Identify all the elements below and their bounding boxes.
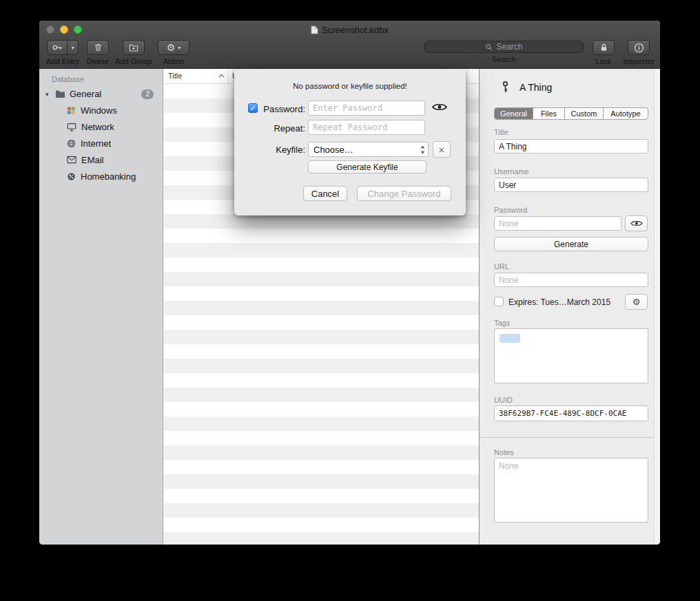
password-field[interactable] xyxy=(494,216,621,231)
show-password-button[interactable] xyxy=(625,215,648,231)
list-row[interactable] xyxy=(163,402,479,417)
add-group-toolbar-item: Add Group xyxy=(114,40,154,65)
title-field-label: Title xyxy=(494,128,508,136)
sidebar-item-homebanking[interactable]: Homebanking xyxy=(39,168,163,184)
new-password-input[interactable] xyxy=(308,101,425,116)
search-toolbar-item: Search Search xyxy=(424,41,584,63)
folder-plus-icon xyxy=(129,43,138,52)
list-row[interactable] xyxy=(163,489,479,503)
column-divider[interactable] xyxy=(228,69,229,83)
add-entry-toolbar-item: ▾ Add Entry xyxy=(46,40,79,65)
list-row[interactable] xyxy=(163,344,479,359)
password-enabled-checkbox[interactable]: ✓ xyxy=(248,103,258,113)
search-input[interactable]: Search xyxy=(424,41,584,53)
inspector-tabs: General Files Custom Autotype xyxy=(494,107,648,120)
close-button[interactable] xyxy=(46,25,54,34)
keyfile-label: Keyfile: xyxy=(260,145,305,155)
show-password-button[interactable] xyxy=(432,103,447,112)
toolbar: ▾ Add Entry Delete Add Group xyxy=(39,39,660,68)
list-row[interactable] xyxy=(163,445,479,460)
list-row[interactable] xyxy=(163,417,479,431)
list-row[interactable] xyxy=(163,431,479,445)
list-row[interactable] xyxy=(163,229,479,243)
tab-files[interactable]: Files xyxy=(533,108,565,119)
title-field[interactable] xyxy=(494,139,648,154)
generate-password-button[interactable]: Generate xyxy=(494,237,648,251)
list-row[interactable] xyxy=(163,330,479,344)
add-group-button[interactable] xyxy=(123,40,145,55)
action-button[interactable]: ⚙ ▾ xyxy=(158,40,189,55)
sort-ascending-icon xyxy=(218,74,225,78)
list-row[interactable] xyxy=(163,286,479,301)
expires-settings-button[interactable]: ⚙ xyxy=(625,294,648,310)
cancel-button[interactable]: Cancel xyxy=(303,186,347,201)
entry-title: A Thing xyxy=(519,82,552,93)
minimize-button[interactable] xyxy=(60,25,68,34)
sidebar-item-windows[interactable]: Windows xyxy=(39,102,163,118)
list-row[interactable] xyxy=(163,388,479,402)
sidebar-item-email[interactable]: EMail xyxy=(39,151,163,168)
repeat-password-input[interactable] xyxy=(308,120,425,135)
inspector-toggle-button[interactable] xyxy=(628,40,650,55)
tags-field[interactable] xyxy=(494,328,648,383)
keyfile-combobox[interactable]: Choose… xyxy=(308,142,429,157)
sidebar-item-label: EMail xyxy=(81,155,104,165)
percent-coin-icon xyxy=(67,172,76,181)
monitor-icon xyxy=(67,123,76,131)
delete-toolbar-item: Delete xyxy=(85,40,111,65)
list-row[interactable] xyxy=(163,243,479,257)
inspector-label: Inspector xyxy=(623,57,654,65)
lock-button[interactable] xyxy=(593,40,615,55)
generate-keyfile-button[interactable]: Generate Keyfile xyxy=(308,160,426,173)
tab-autotype[interactable]: Autotype xyxy=(604,108,648,119)
change-password-button[interactable]: Change Password xyxy=(357,186,451,201)
list-row[interactable] xyxy=(163,214,479,229)
disclosure-triangle-icon[interactable]: ▾ xyxy=(45,91,54,98)
sidebar-item-internet[interactable]: Internet xyxy=(39,135,163,151)
key-icon xyxy=(48,41,67,54)
sidebar-item-general[interactable]: ▾ General 2 xyxy=(39,86,163,102)
list-row[interactable] xyxy=(163,272,479,286)
sidebar-section-header: Database xyxy=(39,69,163,86)
uuid-label: UUID xyxy=(494,396,513,404)
tags-label: Tags xyxy=(494,319,510,327)
zoom-button[interactable] xyxy=(74,25,82,34)
list-row[interactable] xyxy=(163,460,479,474)
inspector-scrollbar[interactable] xyxy=(654,69,660,545)
notes-field[interactable] xyxy=(494,458,648,523)
url-field[interactable] xyxy=(494,273,648,287)
list-row[interactable] xyxy=(163,373,479,388)
list-row[interactable] xyxy=(163,359,479,373)
list-row[interactable] xyxy=(163,257,479,272)
tab-general[interactable]: General xyxy=(495,108,533,119)
document-proxy-icon[interactable] xyxy=(311,25,318,34)
clear-keyfile-button[interactable]: × xyxy=(433,141,451,158)
uuid-field[interactable] xyxy=(494,405,648,421)
delete-button[interactable] xyxy=(87,40,109,55)
column-header-title[interactable]: Title xyxy=(168,72,182,80)
sidebar-item-label: Homebanking xyxy=(81,171,136,182)
action-toolbar-item: ⚙ ▾ Action xyxy=(158,40,189,65)
tab-custom[interactable]: Custom xyxy=(565,108,604,119)
globe-icon xyxy=(67,139,76,148)
list-row[interactable] xyxy=(163,301,479,315)
stepper-icon[interactable] xyxy=(417,143,428,156)
chevron-down-icon[interactable]: ▾ xyxy=(67,41,78,54)
notes-label: Notes xyxy=(494,448,514,456)
expires-checkbox[interactable] xyxy=(494,297,504,306)
sidebar-item-label: Internet xyxy=(81,138,111,149)
list-row[interactable] xyxy=(163,315,479,330)
windows-icon xyxy=(67,106,76,115)
list-row[interactable] xyxy=(163,518,479,532)
list-row[interactable] xyxy=(163,503,479,518)
envelope-icon xyxy=(67,156,76,164)
tag-chip[interactable] xyxy=(500,334,520,343)
window-title-area: Screenshot.kdbx xyxy=(39,21,660,39)
username-field[interactable] xyxy=(494,178,648,192)
delete-label: Delete xyxy=(87,57,109,65)
list-row[interactable] xyxy=(163,474,479,489)
titlebar[interactable]: Screenshot.kdbx xyxy=(39,21,660,39)
sidebar-item-network[interactable]: Network xyxy=(39,118,163,135)
list-row[interactable] xyxy=(163,532,479,545)
add-entry-button[interactable]: ▾ xyxy=(47,40,79,55)
